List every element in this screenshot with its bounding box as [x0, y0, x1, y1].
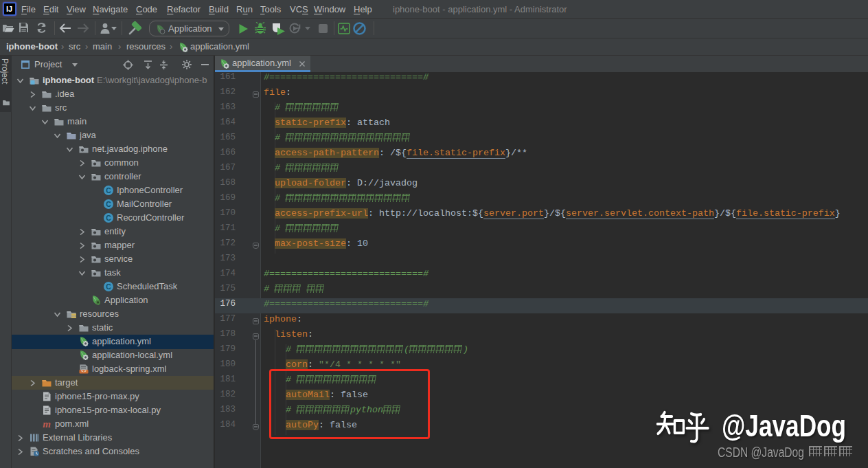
svg-text:C: C	[106, 282, 111, 291]
svg-text:C: C	[106, 214, 111, 222]
svg-text:C: C	[106, 200, 111, 208]
svg-text:m: m	[43, 419, 51, 430]
svg-text:<>: <>	[81, 369, 87, 374]
svg-text:C: C	[106, 186, 111, 194]
